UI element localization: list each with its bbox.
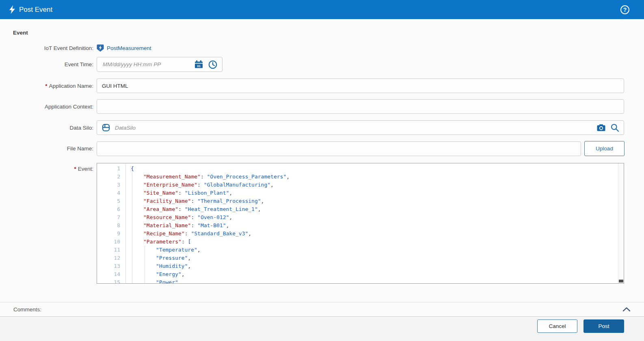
- application-name-label: *Application Name:: [0, 83, 93, 89]
- calendar-icon[interactable]: 31: [194, 60, 203, 69]
- indent-guide: [132, 173, 132, 283]
- database-icon: [102, 124, 110, 132]
- line-number: 14: [97, 270, 125, 278]
- section-title: Event: [13, 30, 644, 36]
- event-code-editor[interactable]: 123456789101112131415 {"Measurement_Name…: [97, 163, 624, 284]
- row-data-silo: Data Silo:: [0, 120, 644, 135]
- code-line: "Pressure",: [126, 254, 624, 262]
- line-number: 11: [97, 246, 125, 254]
- application-context-label: Application Context:: [0, 104, 93, 110]
- line-number: 5: [97, 197, 125, 205]
- iot-event-definition-label: IoT Event Definition:: [0, 45, 93, 51]
- code-line: "Material_Name": "Mat-B01",: [126, 222, 624, 230]
- row-application-context: Application Context:: [0, 99, 644, 114]
- svg-text:31: 31: [197, 64, 201, 68]
- editor-code[interactable]: {"Measurement_Name": "Oven_Process_Param…: [126, 163, 624, 283]
- line-number: 7: [97, 213, 125, 222]
- row-iot-event-definition: IoT Event Definition: PostMeasurement: [0, 44, 644, 52]
- title-bar: Post Event ?: [0, 0, 644, 19]
- event-definition-link[interactable]: PostMeasurement: [107, 45, 151, 51]
- code-line: "Energy",: [126, 270, 624, 278]
- chevron-up-icon[interactable]: [622, 307, 631, 312]
- event-label: *Event:: [0, 163, 93, 172]
- event-time-field: 31: [97, 57, 223, 72]
- row-event: *Event: 123456789101112131415 {"Measurem…: [0, 163, 644, 284]
- file-name-input[interactable]: [97, 141, 581, 156]
- row-file-name: File Name: Upload: [0, 141, 644, 156]
- line-number: 12: [97, 254, 125, 262]
- row-application-name: *Application Name:: [0, 78, 644, 93]
- data-silo-field: [97, 120, 624, 135]
- data-silo-label: Data Silo:: [0, 125, 93, 131]
- code-line: "Measurement_Name": "Oven_Process_Parame…: [126, 173, 624, 181]
- code-line: "Enterprise_Name": "GlobalManufacturing"…: [126, 181, 624, 189]
- line-number: 15: [97, 278, 125, 284]
- code-line: {: [126, 165, 624, 173]
- upload-button[interactable]: Upload: [584, 141, 625, 156]
- line-number: 13: [97, 262, 125, 270]
- line-number: 4: [97, 189, 125, 197]
- search-icon[interactable]: [611, 124, 619, 132]
- code-line: "Power": [126, 278, 624, 283]
- post-event-form: Event IoT Event Definition: PostMeasurem…: [0, 19, 644, 302]
- comments-label: Comments:: [13, 306, 41, 313]
- clock-icon[interactable]: [208, 60, 217, 69]
- line-number: 6: [97, 205, 125, 213]
- line-number: 10: [97, 238, 125, 246]
- code-line: "Facility_Name": "Thermal_Processing",: [126, 197, 624, 205]
- editor-scrollbar[interactable]: [618, 163, 624, 283]
- data-silo-input[interactable]: [114, 124, 592, 131]
- event-time-label: Event Time:: [0, 61, 93, 67]
- code-line: "Recipe_Name": "Standard_Bake_v3",: [126, 230, 624, 238]
- code-line: "Site_Name": "Lisbon_Plant",: [126, 189, 624, 197]
- camera-icon[interactable]: [597, 124, 605, 131]
- event-time-input[interactable]: [102, 61, 189, 68]
- file-name-label: File Name:: [0, 146, 93, 152]
- code-line: "Parameters": [: [126, 238, 624, 246]
- help-icon[interactable]: ?: [620, 5, 629, 14]
- required-asterisk: *: [74, 166, 76, 172]
- line-number: 1: [97, 165, 125, 173]
- code-line: "Humidity",: [126, 262, 624, 270]
- application-name-input[interactable]: [97, 78, 624, 93]
- line-number: 8: [97, 222, 125, 230]
- code-line: "Area_Name": "Heat_Treatment_Line_1",: [126, 205, 624, 213]
- code-line: "Resource_Name": "Oven-012",: [126, 213, 624, 222]
- page-title: Post Event: [19, 6, 52, 14]
- line-number: 9: [97, 230, 125, 238]
- comments-bar: Comments:: [0, 302, 644, 316]
- event-definition-badge-icon: [97, 44, 104, 52]
- code-line: "Temperature",: [126, 246, 624, 254]
- editor-scrollbar-thumb[interactable]: [619, 280, 623, 282]
- action-footer: Cancel Post: [0, 316, 644, 341]
- cancel-button[interactable]: Cancel: [537, 319, 577, 333]
- lightning-bolt-icon: [9, 5, 15, 14]
- row-event-time: Event Time: 31: [0, 57, 644, 72]
- indent-guide: [145, 246, 145, 283]
- line-number: 2: [97, 173, 125, 181]
- line-number: 3: [97, 181, 125, 189]
- post-button[interactable]: Post: [583, 319, 624, 333]
- required-asterisk: *: [45, 83, 47, 89]
- editor-gutter: 123456789101112131415: [97, 163, 126, 283]
- application-context-input[interactable]: [97, 99, 624, 114]
